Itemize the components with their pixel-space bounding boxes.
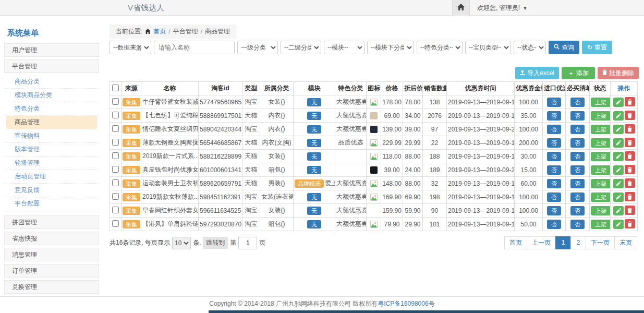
add-button[interactable]: ＋ 添加	[562, 67, 595, 79]
sidebar-item-version-mgmt[interactable]: 版本管理	[4, 143, 99, 156]
row-checkbox[interactable]	[112, 139, 119, 146]
jump-button[interactable]: 跳转到	[203, 237, 228, 249]
delete-button[interactable]	[625, 97, 635, 106]
sidebar-item-platform-config[interactable]: 平台配置	[4, 197, 99, 211]
next-page-button[interactable]: 下一页	[586, 236, 615, 249]
sidebar-item-feedback[interactable]: 意见反馈	[4, 184, 99, 197]
delete-button[interactable]	[625, 124, 635, 134]
sidebar-item-savings-news[interactable]: 省惠快报	[4, 232, 99, 245]
last-page-button[interactable]: 末页	[614, 236, 637, 249]
row-checkbox[interactable]	[112, 220, 119, 227]
status-toggle[interactable]: 上架	[591, 192, 611, 202]
filter-level1-category[interactable]: 一级分类	[237, 41, 278, 54]
status-toggle[interactable]: 上架	[591, 152, 611, 161]
import-select-toggle[interactable]: 否	[547, 179, 561, 188]
row-checkbox[interactable]	[112, 112, 119, 118]
edit-button[interactable]	[613, 206, 624, 215]
import-select-toggle[interactable]: 否	[547, 111, 561, 121]
row-checkbox[interactable]	[112, 179, 119, 186]
status-toggle[interactable]: 上架	[591, 111, 611, 121]
row-checkbox[interactable]	[112, 193, 119, 200]
edit-button[interactable]	[613, 220, 624, 229]
filter-module[interactable]: --模块--	[324, 41, 364, 54]
sidebar-item-promo-material[interactable]: 宣传物料	[4, 129, 99, 143]
edit-button[interactable]	[613, 192, 624, 202]
sidebar-item-message-mgmt[interactable]: 消息管理	[4, 248, 99, 261]
sidebar-item-user-mgmt[interactable]: 用户管理	[4, 43, 99, 57]
sidebar-item-platform-mgmt[interactable]: 平台管理	[4, 59, 99, 73]
delete-button[interactable]	[625, 178, 635, 188]
sidebar-item-order-mgmt[interactable]: 订单管理	[4, 264, 99, 278]
status-toggle[interactable]: 上架	[591, 220, 611, 229]
jump-page-input[interactable]	[238, 237, 257, 249]
import-select-toggle[interactable]: 否	[547, 165, 561, 175]
edit-button[interactable]	[613, 98, 624, 107]
delete-button[interactable]	[625, 219, 635, 228]
icp-link[interactable]: 粤ICP备16098006号	[378, 299, 434, 308]
row-checkbox[interactable]	[112, 152, 119, 159]
select-all-checkbox[interactable]	[112, 85, 119, 91]
must-buy-toggle[interactable]: 否	[570, 111, 585, 121]
status-toggle[interactable]: 上架	[591, 165, 611, 175]
must-buy-toggle[interactable]: 否	[570, 152, 585, 161]
import-select-toggle[interactable]: 否	[547, 206, 561, 215]
must-buy-toggle[interactable]: 否	[570, 98, 585, 107]
row-checkbox[interactable]	[112, 166, 119, 173]
reset-button[interactable]: ↻ 重置	[582, 41, 612, 54]
filter-special-category[interactable]: --特色分类--	[417, 41, 463, 54]
status-toggle[interactable]: 上架	[591, 125, 611, 134]
status-toggle[interactable]: 上架	[591, 179, 611, 188]
sidebar-item-group-buy-mgmt[interactable]: 拼团管理	[4, 215, 99, 229]
sidebar-item-product-mgmt[interactable]: 商品管理	[6, 116, 97, 129]
page-button-1[interactable]: 1	[555, 236, 571, 249]
per-page-select[interactable]: 10	[172, 237, 191, 249]
row-checkbox[interactable]	[112, 98, 119, 105]
must-buy-toggle[interactable]: 否	[570, 179, 585, 188]
delete-button[interactable]	[625, 206, 635, 215]
must-buy-toggle[interactable]: 否	[570, 206, 585, 215]
must-buy-toggle[interactable]: 否	[570, 125, 585, 134]
import-select-toggle[interactable]: 否	[547, 192, 561, 202]
bulk-delete-button[interactable]: 批量删除	[598, 67, 639, 79]
name-search-input[interactable]	[154, 41, 235, 54]
filter-level2-category[interactable]: --二级分类--	[281, 41, 321, 54]
delete-button[interactable]	[625, 138, 635, 147]
sidebar-item-splash-mgmt[interactable]: 启动页管理	[4, 170, 99, 184]
search-button[interactable]: 查询	[549, 41, 579, 54]
breadcrumb-home-link[interactable]: 首页	[153, 27, 166, 36]
row-checkbox[interactable]	[112, 207, 119, 213]
edit-button[interactable]	[613, 165, 624, 175]
import-select-toggle[interactable]: 否	[547, 152, 561, 161]
must-buy-toggle[interactable]: 否	[570, 165, 585, 175]
status-toggle[interactable]: 上架	[591, 98, 611, 107]
sidebar-item-product-category[interactable]: 商品分类	[4, 75, 99, 89]
status-toggle[interactable]: 上架	[591, 206, 611, 215]
import-select-toggle[interactable]: 否	[547, 98, 561, 107]
edit-button[interactable]	[613, 125, 624, 134]
must-buy-toggle[interactable]: 否	[570, 192, 585, 202]
must-buy-toggle[interactable]: 否	[570, 138, 585, 148]
import-select-toggle[interactable]: 否	[547, 138, 561, 148]
delete-button[interactable]	[625, 165, 635, 174]
home-button[interactable]	[452, 0, 470, 16]
sidebar-item-exchange-mgmt[interactable]: 兑换管理	[4, 280, 99, 294]
page-button-2[interactable]: 2	[570, 236, 586, 249]
status-toggle[interactable]: 上架	[591, 138, 611, 148]
edit-button[interactable]	[613, 138, 624, 148]
delete-button[interactable]	[625, 111, 635, 120]
filter-module-subcategory[interactable]: --模块下分类--	[367, 41, 414, 54]
user-menu[interactable]: 欢迎您, 管理员! ▼	[470, 0, 528, 16]
edit-button[interactable]	[613, 152, 624, 161]
filter-item-type[interactable]: --宝贝类型--	[465, 41, 511, 54]
filter-data-source[interactable]: --数据来源--	[110, 41, 151, 54]
import-excel-button[interactable]: 导入excel	[515, 67, 559, 79]
row-checkbox[interactable]	[112, 125, 119, 132]
edit-button[interactable]	[613, 179, 624, 188]
must-buy-toggle[interactable]: 否	[570, 220, 585, 229]
sidebar-item-special-category[interactable]: 特色分类	[4, 102, 99, 116]
import-select-toggle[interactable]: 否	[547, 220, 561, 229]
prev-page-button[interactable]: 上一页	[527, 236, 556, 249]
delete-button[interactable]	[625, 151, 635, 161]
sidebar-item-module-product-category[interactable]: 模块商品分类	[4, 89, 99, 102]
filter-status[interactable]: --状态--	[514, 41, 546, 54]
